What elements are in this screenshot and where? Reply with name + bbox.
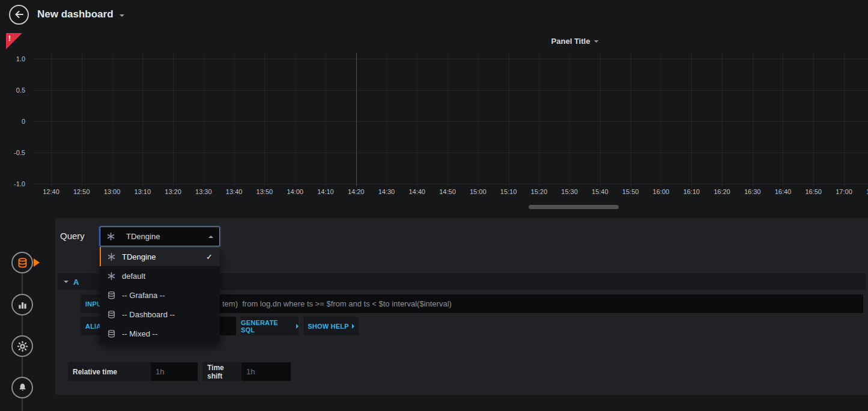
gridline-vertical <box>661 53 661 186</box>
gridline-vertical <box>264 53 265 186</box>
x-tick-label: 13:30 <box>195 188 212 195</box>
menu-item-default[interactable]: default <box>100 266 220 285</box>
y-tick-label: 0 <box>0 118 25 125</box>
menu-item-mixed[interactable]: -- Mixed -- <box>100 324 220 343</box>
tab-queries[interactable] <box>11 252 33 273</box>
chevron-right-icon <box>296 324 299 329</box>
time-shift-input[interactable] <box>241 362 291 381</box>
menu-item-label: -- Mixed -- <box>122 329 157 338</box>
x-tick-label: 15:40 <box>592 188 609 195</box>
chevron-right-icon <box>352 324 354 329</box>
tab-general[interactable] <box>11 335 33 357</box>
gear-icon <box>17 341 28 352</box>
x-tick-label: 16:40 <box>775 188 792 195</box>
x-tick-label: 16:10 <box>683 188 700 195</box>
y-tick-label: -0.5 <box>0 149 25 156</box>
back-arrow-icon <box>14 10 24 19</box>
tab-visualization[interactable] <box>11 294 33 315</box>
dashboard-title[interactable]: New dashboard <box>37 8 114 20</box>
queries-tab-content: Query TDengine A INPUT tem) from log.dn … <box>55 218 868 395</box>
x-tick-label: 15:30 <box>561 188 578 195</box>
gridline-vertical <box>600 53 601 186</box>
datasource-select[interactable]: TDengine <box>100 227 220 246</box>
header: New dashboard <box>0 0 868 29</box>
gridline-vertical <box>142 53 143 186</box>
chevron-down-icon <box>593 40 598 43</box>
datasource-menu: TDengine ✓ default -- Grafana -- -- Das <box>100 247 220 343</box>
tab-alert[interactable] <box>11 377 33 398</box>
gridline-vertical <box>691 53 692 186</box>
x-tick-label: 14:50 <box>439 188 456 195</box>
gridline-vertical <box>173 53 174 186</box>
menu-item-label: -- Grafana -- <box>122 291 165 300</box>
star-icon <box>106 232 116 241</box>
gridline-vertical <box>722 53 723 186</box>
x-tick-label: 16:00 <box>653 188 670 195</box>
gridline-vertical <box>753 53 753 186</box>
graph-panel[interactable]: ! Panel Title 12:4012:5013:0013:1013:201… <box>0 33 868 207</box>
x-tick-label: 13:50 <box>256 188 273 195</box>
x-tick-label: 15:10 <box>500 188 517 195</box>
x-tick-label: 15:50 <box>622 188 639 195</box>
time-shift-label: Time shift <box>202 362 241 381</box>
database-icon <box>107 329 117 338</box>
gridline-horizontal <box>33 59 868 59</box>
error-exclamation: ! <box>8 34 11 43</box>
app-root: New dashboard ! Panel Title 12:4012:5013… <box>0 0 868 411</box>
relative-time-label: Relative time <box>68 362 151 381</box>
gridline-vertical <box>295 53 296 186</box>
x-tick-label: 13:10 <box>135 188 151 195</box>
x-tick-label: 14:20 <box>348 188 365 195</box>
star-icon <box>107 252 117 261</box>
gridline-vertical <box>844 53 845 186</box>
gridline-vertical <box>326 53 326 186</box>
x-tick-label: 17:00 <box>836 188 852 195</box>
menu-item-dashboard[interactable]: -- Dashboard -- <box>100 305 220 324</box>
x-tick-label: 12:50 <box>73 188 90 195</box>
menu-item-label: TDengine <box>122 252 156 261</box>
x-tick-label: 16:30 <box>744 188 761 195</box>
gridline-vertical <box>478 53 479 186</box>
menu-item-grafana[interactable]: -- Grafana -- <box>100 285 220 305</box>
gridline-vertical <box>386 53 387 186</box>
gridline-vertical <box>82 53 82 186</box>
gridline-vertical <box>813 53 814 186</box>
gridline-vertical <box>783 53 783 186</box>
x-tick-label: 15:20 <box>531 188 548 195</box>
bar-chart-icon <box>17 300 28 310</box>
gridline-horizontal <box>33 184 868 184</box>
star-icon <box>107 272 117 281</box>
generate-sql-label: GENERATE SQL <box>241 319 293 333</box>
gridline-horizontal <box>33 121 868 122</box>
x-tick-label: 12:40 <box>43 188 59 195</box>
x-tick-label: 14:00 <box>287 188 303 195</box>
checkmark-icon: ✓ <box>206 252 213 261</box>
panel-title[interactable]: Panel Title <box>551 37 599 46</box>
chevron-down-icon[interactable] <box>120 14 124 17</box>
gridline-vertical <box>234 53 235 186</box>
show-help-button[interactable]: SHOW HELP <box>303 317 359 335</box>
gridline-vertical <box>509 53 509 186</box>
y-tick-label: -1.0 <box>0 180 25 187</box>
datasource-selected-label: TDengine <box>126 232 160 241</box>
gridline-vertical <box>631 53 631 186</box>
y-tick-label: 0.5 <box>0 87 25 94</box>
bell-icon <box>17 383 28 393</box>
x-tick-label: 15:00 <box>470 188 487 195</box>
x-tick-label: 14:30 <box>378 188 395 195</box>
horizontal-scrollbar[interactable] <box>529 205 619 209</box>
query-ref-id: A <box>73 278 79 287</box>
chevron-up-icon <box>208 236 213 238</box>
menu-item-label: default <box>122 272 145 281</box>
query-section-label: Query <box>60 231 85 241</box>
gridline-vertical <box>448 53 448 186</box>
menu-item-label: -- Dashboard -- <box>122 310 175 319</box>
generate-sql-button[interactable]: GENERATE SQL <box>241 317 299 335</box>
menu-item-tdengine[interactable]: TDengine ✓ <box>100 247 220 266</box>
gridline-vertical <box>539 53 539 186</box>
back-button[interactable] <box>9 5 29 25</box>
relative-time-input[interactable] <box>151 362 198 381</box>
panel-error-indicator[interactable]: ! <box>6 33 22 49</box>
database-icon <box>17 257 28 269</box>
gridline-vertical <box>417 53 417 186</box>
